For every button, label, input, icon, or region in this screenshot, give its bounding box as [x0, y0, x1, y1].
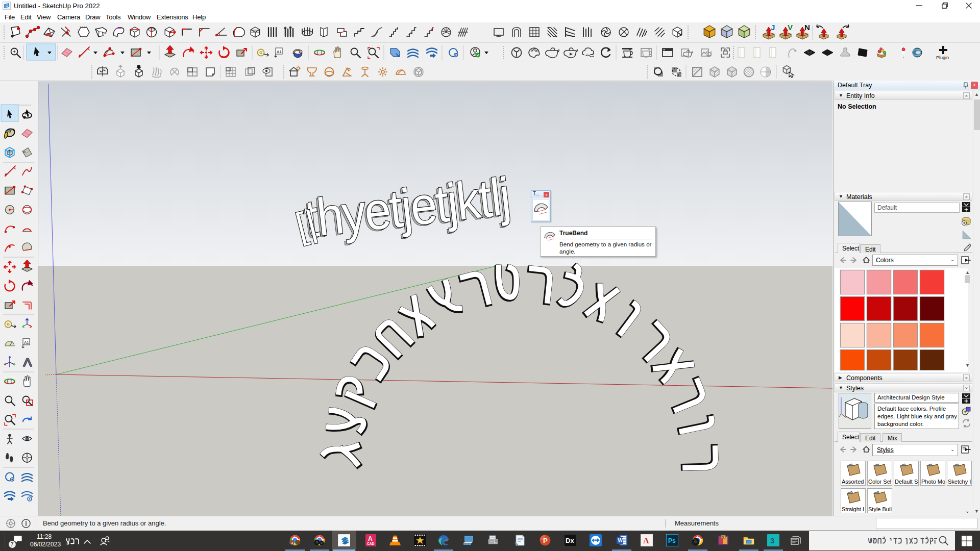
- svg-text:Ps: Ps: [668, 537, 676, 544]
- svg-text:A1: A1: [24, 340, 29, 345]
- svg-text:P: P: [543, 537, 548, 544]
- svg-text:A1: A1: [277, 49, 282, 54]
- svg-text:W: W: [618, 538, 623, 543]
- svg-text:ב: ב: [291, 541, 293, 544]
- svg-text:3: 3: [770, 536, 774, 545]
- svg-text:A: A: [368, 535, 373, 542]
- svg-text:Dx: Dx: [566, 537, 574, 544]
- svg-text:N: N: [804, 23, 810, 32]
- svg-text:7: 7: [11, 541, 14, 547]
- svg-text:J: J: [771, 23, 775, 32]
- svg-text:V: V: [788, 23, 793, 32]
- svg-text:Plugin: Plugin: [936, 55, 949, 60]
- svg-text:A: A: [643, 536, 649, 545]
- svg-text:CAD: CAD: [367, 542, 374, 545]
